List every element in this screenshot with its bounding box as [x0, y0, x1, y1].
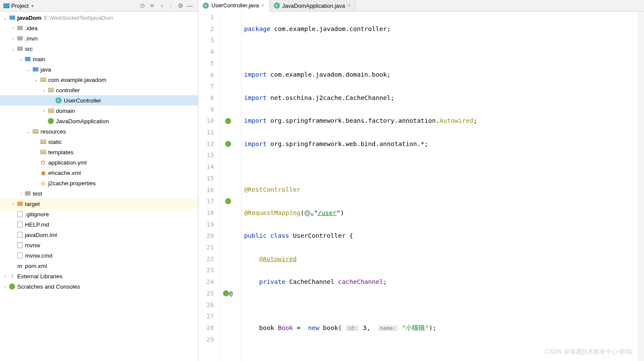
line-number[interactable]: 19 — [198, 219, 214, 230]
line-number[interactable]: 18 — [198, 207, 214, 219]
tree-row[interactable]: ⌄controller — [0, 85, 198, 95]
line-number[interactable]: 13 — [198, 149, 214, 161]
tree-row[interactable]: ›domain — [0, 106, 198, 116]
code-editor[interactable]: package com.example.javadom.controller; … — [242, 12, 638, 361]
globe-icon[interactable] — [304, 210, 310, 216]
tree-row[interactable]: ⌄com.example.javadom — [0, 75, 198, 85]
param-hint: name: — [378, 325, 398, 331]
line-number[interactable]: 3 — [198, 34, 214, 46]
expand-icon[interactable]: › — [2, 274, 9, 279]
code-text: org.springframework.web.bind.annotation.… — [266, 140, 428, 147]
expand-icon[interactable]: ≡ — [147, 1, 157, 10]
editor-tab[interactable]: CJavaDomApplication.java× — [269, 0, 356, 11]
line-number[interactable]: 8 — [198, 92, 214, 104]
expand-icon[interactable]: › — [9, 36, 16, 41]
tree-scratches[interactable]: › Scratches and Consoles — [0, 281, 198, 292]
tree-row[interactable]: ›javaDom.iml — [0, 230, 198, 240]
line-number[interactable]: 26 — [198, 299, 214, 311]
line-number[interactable]: 17 — [198, 196, 214, 207]
project-tree[interactable]: ⌄ javaDom E:\WebSocketText\javaDom ›.ide… — [0, 12, 198, 361]
tree-row[interactable]: ›HELP.md — [0, 219, 198, 230]
tree-row[interactable]: ⌄src — [0, 44, 198, 54]
scrollbar[interactable] — [638, 12, 644, 361]
expand-icon[interactable]: ⌄ — [17, 57, 24, 62]
expand-icon[interactable]: ⌄ — [2, 16, 9, 20]
line-number[interactable]: 2 — [198, 23, 214, 35]
line-number[interactable]: 12 — [198, 138, 214, 150]
line-number[interactable]: 24 — [198, 276, 214, 288]
expand-icon[interactable]: ⌄ — [40, 88, 47, 93]
tree-row[interactable]: ›mvnw.cmd — [0, 250, 198, 261]
tree-root[interactable]: ⌄ javaDom E:\WebSocketText\javaDom — [0, 12, 198, 23]
expand-icon[interactable]: ⌄ — [9, 47, 16, 51]
line-number[interactable]: 22 — [198, 253, 214, 265]
line-number[interactable]: 27 — [198, 311, 214, 322]
tree-row[interactable]: ›mpom.xml — [0, 261, 198, 271]
line-number[interactable]: 20 — [198, 230, 214, 242]
line-number[interactable]: 6 — [198, 69, 214, 81]
tree-row[interactable]: ›.idea — [0, 23, 198, 33]
line-number[interactable]: 21 — [198, 242, 214, 253]
line-number[interactable]: 5 — [198, 58, 214, 69]
code-text: ; — [383, 278, 387, 285]
tree-row[interactable]: ›JavaDomApplication — [0, 116, 198, 126]
line-number[interactable]: 7 — [198, 81, 214, 92]
line-gutter[interactable]: 1234567891011121314151617181920212223242… — [198, 12, 220, 361]
expand-icon[interactable]: ⌄ — [25, 129, 32, 134]
line-number[interactable]: 29 — [198, 334, 214, 345]
spring-bean-icon[interactable] — [225, 141, 231, 147]
line-number[interactable]: 11 — [198, 127, 214, 138]
tree-row[interactable]: ›templates — [0, 147, 198, 157]
tree-row[interactable]: ›target — [0, 199, 198, 209]
tree-label: javaDom — [17, 15, 41, 21]
line-number[interactable]: 15 — [198, 173, 214, 184]
expand-icon[interactable]: › — [9, 202, 16, 206]
line-number[interactable]: 28 — [198, 322, 214, 334]
gear-icon[interactable]: ⚙ — [176, 1, 185, 10]
expand-icon[interactable]: › — [2, 284, 9, 289]
spring-bean-icon[interactable] — [225, 118, 231, 124]
close-icon[interactable]: × — [262, 3, 265, 9]
collapse-icon[interactable]: ⫞ — [157, 1, 166, 10]
url-link[interactable]: /user — [318, 209, 337, 216]
editor-tab[interactable]: CUserController.java× — [198, 0, 269, 12]
request-mapping-icon[interactable]: @ — [229, 288, 232, 299]
tree-row[interactable]: ›CUserController — [0, 95, 198, 106]
close-icon[interactable]: × — [348, 3, 351, 9]
gutter-icons[interactable]: @ — [220, 12, 236, 361]
expand-icon[interactable]: › — [40, 109, 47, 113]
tree-row[interactable]: ›mvnw — [0, 240, 198, 250]
tree-row[interactable]: ⌄resources — [0, 126, 198, 137]
tree-row[interactable]: ›.gitignore — [0, 209, 198, 219]
tree-row[interactable]: ›▦ehcache.xml — [0, 168, 198, 178]
hide-icon[interactable]: — — [185, 1, 195, 10]
line-number[interactable]: 4 — [198, 46, 214, 58]
tree-ext-libs[interactable]: › ⫴ External Libraries — [0, 271, 198, 281]
line-number[interactable]: 23 — [198, 265, 214, 276]
expand-icon[interactable]: › — [9, 26, 16, 31]
line-number[interactable]: 25 — [198, 288, 214, 299]
tree-row[interactable]: ⌄java — [0, 64, 198, 75]
tree-row[interactable]: ›⬡application.yml — [0, 157, 198, 168]
tree-row[interactable]: ›▤j2cache.properties — [0, 178, 198, 188]
locate-icon[interactable]: ⊙ — [138, 1, 147, 10]
project-title-dropdown[interactable]: Project ▾ — [3, 3, 34, 9]
line-number[interactable]: 10 — [198, 115, 214, 127]
line-number[interactable]: 14 — [198, 161, 214, 173]
tree-row[interactable]: ›static — [0, 137, 198, 147]
tree-row[interactable]: ›test — [0, 188, 198, 199]
expand-icon[interactable]: ⌄ — [33, 78, 40, 82]
expand-icon[interactable]: › — [17, 191, 24, 196]
line-number[interactable]: 9 — [198, 104, 214, 115]
folder-icon — [17, 47, 23, 51]
expand-icon[interactable]: ⌄ — [25, 67, 32, 72]
fold-column[interactable] — [236, 12, 242, 361]
tree-label: .idea — [25, 25, 37, 31]
line-number[interactable]: 1 — [198, 12, 214, 23]
spring-bean-icon[interactable] — [225, 198, 231, 204]
line-number[interactable]: 16 — [198, 184, 214, 196]
tree-row[interactable]: ⌄main — [0, 54, 198, 64]
tree-row[interactable]: ›.mvn — [0, 33, 198, 44]
spring-bean-icon[interactable] — [223, 290, 229, 296]
keyword: import — [244, 94, 266, 101]
